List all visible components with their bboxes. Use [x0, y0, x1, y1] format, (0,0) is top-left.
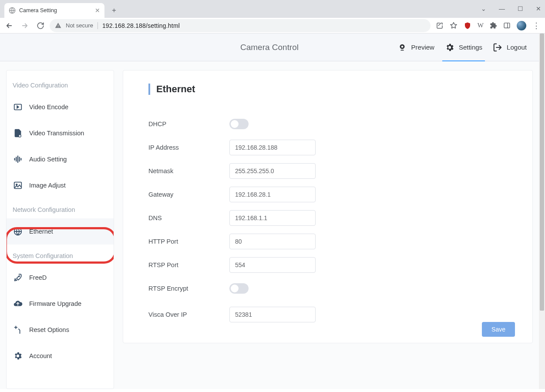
- globe-icon: [9, 7, 16, 14]
- ublock-icon[interactable]: [464, 22, 471, 30]
- cloud-upload-icon: [13, 299, 23, 308]
- label-visca: Visca Over IP: [148, 311, 229, 318]
- page-header: Camera Control Preview Settings Logout: [0, 34, 539, 61]
- label-http-port: HTTP Port: [148, 238, 229, 245]
- tab-title: Camera Setting: [19, 7, 57, 13]
- save-button[interactable]: Save: [482, 322, 515, 337]
- gear-icon: [445, 43, 454, 52]
- audio-icon: [13, 154, 23, 164]
- maximize-icon[interactable]: ☐: [517, 5, 523, 12]
- sidebar-group-system: System Configuration: [7, 245, 114, 265]
- tab-close-icon[interactable]: ✕: [95, 7, 100, 14]
- sidebar-item-video-encode[interactable]: Video Encode: [7, 94, 114, 120]
- input-http-port[interactable]: [229, 234, 316, 249]
- not-secure-icon: [55, 22, 61, 29]
- sidebar-label: Account: [29, 352, 52, 359]
- label-gateway: Gateway: [148, 191, 229, 198]
- w-extension-icon[interactable]: W: [478, 22, 484, 29]
- scrollbar-thumb[interactable]: [540, 34, 544, 311]
- logout-icon: [493, 43, 502, 52]
- row-netmask: Netmask: [148, 159, 505, 183]
- bookmark-star-icon[interactable]: [450, 22, 458, 30]
- toolbar-icons: W ⋮: [433, 21, 542, 30]
- nav-preview-label: Preview: [411, 44, 434, 51]
- sidebar-label: Reset Options: [29, 326, 69, 333]
- minimize-icon[interactable]: ―: [499, 5, 505, 12]
- back-button[interactable]: [3, 19, 16, 32]
- browser-toolbar: Not secure 192.168.28.188/setting.html W…: [0, 18, 545, 34]
- sidebar-item-ethernet[interactable]: Ethernet: [7, 218, 114, 245]
- content-area: Video Configuration Video Encode Video T…: [0, 61, 539, 389]
- nav-settings-label: Settings: [459, 44, 482, 51]
- page-root: Camera Control Preview Settings Logout: [0, 34, 539, 389]
- row-dns: DNS: [148, 206, 505, 230]
- browser-tab[interactable]: Camera Setting ✕: [4, 3, 104, 18]
- input-ip[interactable]: [229, 140, 316, 155]
- label-rtsp-port: RTSP Port: [148, 261, 229, 268]
- svg-rect-1: [504, 23, 510, 28]
- transmission-icon: [13, 128, 23, 138]
- row-visca: Visca Over IP: [148, 303, 505, 326]
- label-netmask: Netmask: [148, 168, 229, 174]
- rocket-icon: [13, 273, 23, 282]
- sidebar-label: Image Adjust: [29, 182, 66, 189]
- camera-icon: [397, 43, 407, 52]
- nav-settings[interactable]: Settings: [445, 34, 482, 61]
- sidebar-item-firmware[interactable]: Firmware Upgrade: [7, 291, 114, 317]
- tools-icon: [13, 325, 23, 335]
- switch-dhcp[interactable]: [229, 119, 249, 129]
- sidebar-item-freed[interactable]: FreeD: [7, 265, 114, 291]
- sidebar: Video Configuration Video Encode Video T…: [6, 70, 114, 389]
- sidebar-group-video: Video Configuration: [7, 74, 114, 94]
- kebab-menu-icon[interactable]: ⋮: [532, 21, 540, 30]
- switch-rtsp-encrypt[interactable]: [229, 283, 249, 294]
- window-controls: ⌄ ― ☐ ✕: [481, 0, 542, 17]
- input-gateway[interactable]: [229, 187, 316, 202]
- settings-panel: Ethernet DHCP IP Address Netmask Gateway…: [123, 70, 533, 343]
- sidepanel-icon[interactable]: [503, 22, 511, 29]
- sidebar-label: Video Encode: [29, 104, 68, 111]
- browser-tab-strip: Camera Setting ✕ + ⌄ ― ☐ ✕: [0, 0, 545, 18]
- sidebar-label: Video Transmission: [29, 130, 84, 137]
- nav-logout-label: Logout: [507, 44, 527, 51]
- page-title: Camera Control: [240, 43, 299, 52]
- vertical-scrollbar[interactable]: [539, 34, 545, 389]
- globe-icon: [13, 227, 23, 236]
- input-dns[interactable]: [229, 210, 316, 226]
- reload-button[interactable]: [34, 19, 47, 32]
- sidebar-item-image-adjust[interactable]: Image Adjust: [7, 172, 114, 198]
- video-encode-icon: [13, 102, 23, 112]
- forward-button[interactable]: [18, 19, 31, 32]
- panel-title: Ethernet: [148, 84, 505, 95]
- label-dhcp: DHCP: [148, 121, 229, 127]
- label-dns: DNS: [148, 214, 229, 221]
- label-ip: IP Address: [148, 144, 229, 151]
- sidebar-item-account[interactable]: Account: [7, 343, 114, 369]
- sidebar-label: Ethernet: [29, 228, 53, 235]
- row-rtsp-port: RTSP Port: [148, 253, 505, 277]
- url-text: 192.168.28.188/setting.html: [102, 22, 180, 29]
- address-bar[interactable]: Not secure 192.168.28.188/setting.html: [50, 19, 431, 32]
- sidebar-label: Audio Setting: [29, 156, 67, 163]
- profile-avatar[interactable]: [517, 21, 526, 30]
- sidebar-label: FreeD: [29, 274, 47, 281]
- svg-rect-4: [400, 50, 404, 50]
- sidebar-group-network: Network Configuration: [7, 198, 114, 218]
- input-netmask[interactable]: [229, 163, 316, 179]
- image-icon: [13, 181, 23, 190]
- sidebar-item-reset[interactable]: Reset Options: [7, 317, 114, 343]
- nav-preview[interactable]: Preview: [397, 34, 434, 61]
- extensions-icon[interactable]: [490, 22, 497, 29]
- chevron-down-icon[interactable]: ⌄: [481, 5, 487, 12]
- sidebar-item-audio[interactable]: Audio Setting: [7, 146, 114, 172]
- svg-point-8: [16, 184, 17, 185]
- close-window-icon[interactable]: ✕: [535, 5, 542, 12]
- input-rtsp-port[interactable]: [229, 257, 316, 273]
- gear-icon: [13, 351, 23, 361]
- input-visca[interactable]: [229, 307, 316, 322]
- row-ip: IP Address: [148, 136, 505, 159]
- sidebar-item-video-transmission[interactable]: Video Transmission: [7, 120, 114, 146]
- share-icon[interactable]: [436, 22, 444, 30]
- nav-logout[interactable]: Logout: [493, 34, 527, 61]
- new-tab-button[interactable]: +: [108, 4, 120, 17]
